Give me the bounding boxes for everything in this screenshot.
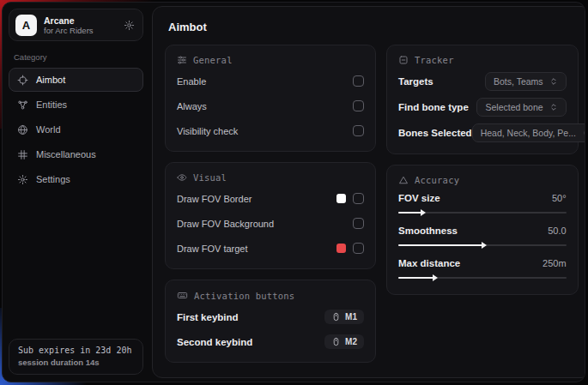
- activation-card-title: Activation buttons: [194, 291, 294, 301]
- page-title: Aimbot: [168, 21, 577, 33]
- slider-thumb[interactable]: [421, 209, 426, 216]
- keybind-value: M1: [345, 312, 357, 322]
- app-logo: A: [15, 15, 37, 36]
- max-distance-group: Max distance 250m: [398, 258, 567, 283]
- draw-fov-background-checkbox[interactable]: [353, 218, 364, 229]
- category-label: Category: [14, 52, 138, 62]
- sidebar-item-aimbot[interactable]: Aimbot: [9, 68, 143, 92]
- fov-size-group: FOV size 50°: [398, 193, 567, 218]
- activation-card-header: Activation buttons: [177, 290, 364, 301]
- brand-card: A Arcane for Arc Riders: [9, 9, 143, 41]
- visual-card-title: Visual: [193, 172, 227, 183]
- keybind-value: M2: [345, 337, 357, 346]
- sidebar-item-entities[interactable]: Entities: [9, 93, 143, 117]
- setting-row-enable: Enable: [177, 72, 364, 90]
- app-name: Arcane: [44, 15, 94, 26]
- gear-icon: [17, 174, 28, 185]
- find-bone-type-select[interactable]: Selected bone: [476, 98, 566, 117]
- select-value: Bots, Teams: [494, 76, 543, 87]
- fov-border-color-swatch[interactable]: [336, 194, 346, 203]
- setting-label: Draw FOV Border: [177, 194, 252, 204]
- general-card-header: General: [177, 55, 364, 65]
- visibility-check-checkbox[interactable]: [353, 125, 364, 136]
- first-keybind-button[interactable]: M1: [324, 310, 364, 324]
- slider-head: FOV size 50°: [398, 193, 567, 203]
- slider-label: Max distance: [398, 258, 460, 268]
- app-window: A Arcane for Arc Riders Category: [2, 2, 585, 382]
- max-distance-slider[interactable]: [398, 273, 567, 283]
- slider-fill: [398, 277, 433, 279]
- setting-label: Draw FOV target: [177, 244, 248, 254]
- session-duration-text: session duration 14s: [18, 358, 134, 367]
- slider-fill: [398, 244, 482, 246]
- chevrons-up-down-icon: [549, 103, 558, 111]
- slider-value: 250m: [543, 258, 567, 268]
- sidebar-item-label: Entities: [36, 99, 67, 110]
- setting-label: Bones Selected: [398, 128, 472, 138]
- tracker-card: Tracker Targets Bots, Teams: [386, 45, 579, 154]
- sidebar-item-label: World: [36, 124, 61, 135]
- setting-row-draw-fov-target: Draw FOV target: [177, 239, 364, 257]
- smoothness-slider[interactable]: [398, 240, 567, 250]
- slider-fill: [398, 212, 421, 214]
- setting-row-first-keybind: First keybind M1: [177, 308, 364, 326]
- globe-icon: [17, 124, 28, 135]
- fov-size-slider[interactable]: [398, 208, 567, 218]
- setting-label: Draw FOV Background: [177, 219, 274, 229]
- setting-label: Always: [177, 101, 207, 111]
- entities-icon: [17, 99, 28, 111]
- slider-head: Smoothness 50.0: [398, 226, 567, 236]
- sub-expiry-text: Sub expires in 23d 20h: [18, 346, 134, 355]
- crosshair-icon: [17, 75, 28, 86]
- setting-label: Targets: [398, 76, 433, 87]
- setting-row-always: Always: [177, 97, 364, 115]
- setting-row-bones-selected: Bones Selected Head, Neck, Body, Pe...: [398, 123, 567, 142]
- select-value: Head, Neck, Body, Pe...: [481, 128, 576, 138]
- slider-value: 50.0: [548, 226, 566, 236]
- setting-row-visibility-check: Visibility check: [177, 122, 364, 140]
- setting-row-draw-fov-border: Draw FOV Border: [177, 189, 364, 208]
- always-checkbox[interactable]: [353, 100, 364, 111]
- sidebar-item-label: Settings: [36, 174, 70, 184]
- accuracy-card: Accuracy FOV size 50°: [386, 165, 579, 295]
- second-keybind-button[interactable]: M2: [324, 334, 364, 349]
- draw-fov-target-checkbox[interactable]: [353, 243, 364, 254]
- subscription-card: Sub expires in 23d 20h session duration …: [9, 339, 143, 375]
- slider-thumb[interactable]: [433, 274, 438, 281]
- sliders-icon: [177, 55, 187, 65]
- setting-row-second-keybind: Second keybind M2: [177, 333, 364, 351]
- setting-row-find-bone-type: Find bone type Selected bone: [398, 98, 567, 117]
- visual-card-header: Visual: [177, 172, 364, 183]
- scan-icon: [398, 55, 409, 65]
- chevrons-up-down-icon: [582, 129, 585, 137]
- slider-value: 50°: [552, 193, 567, 203]
- brand-gear-icon[interactable]: [124, 20, 135, 31]
- sidebar-nav: Aimbot Entities World: [9, 68, 143, 191]
- sidebar-item-settings[interactable]: Settings: [9, 167, 143, 191]
- row-controls: [336, 243, 364, 254]
- setting-label: Find bone type: [398, 102, 469, 112]
- setting-row-draw-fov-background: Draw FOV Background: [177, 214, 364, 232]
- setting-label: Second keybind: [177, 337, 252, 347]
- row-controls: [353, 218, 364, 229]
- sidebar-item-miscellaneous[interactable]: Miscellaneous: [9, 142, 143, 166]
- triangle-icon: [398, 175, 409, 185]
- setting-label: First keybind: [177, 312, 239, 322]
- enable-checkbox[interactable]: [353, 75, 364, 87]
- content-columns: General Enable Always Visibility check: [165, 45, 579, 363]
- bones-selected-select[interactable]: Head, Neck, Body, Pe...: [472, 123, 585, 142]
- fov-target-color-swatch[interactable]: [336, 244, 346, 253]
- keyboard-icon: [177, 290, 188, 301]
- grid-icon: [17, 149, 28, 160]
- general-card-title: General: [193, 55, 233, 65]
- sidebar-item-world[interactable]: World: [9, 117, 143, 141]
- eye-icon: [177, 172, 187, 183]
- slider-label: Smoothness: [398, 226, 458, 236]
- visual-card: Visual Draw FOV Border Draw FOV Backgrou…: [165, 162, 376, 269]
- accuracy-card-title: Accuracy: [415, 175, 459, 185]
- targets-select[interactable]: Bots, Teams: [485, 72, 567, 91]
- tracker-card-title: Tracker: [415, 55, 454, 65]
- slider-thumb[interactable]: [482, 242, 487, 249]
- draw-fov-border-checkbox[interactable]: [353, 193, 364, 204]
- app-subtitle: for Arc Riders: [44, 26, 94, 35]
